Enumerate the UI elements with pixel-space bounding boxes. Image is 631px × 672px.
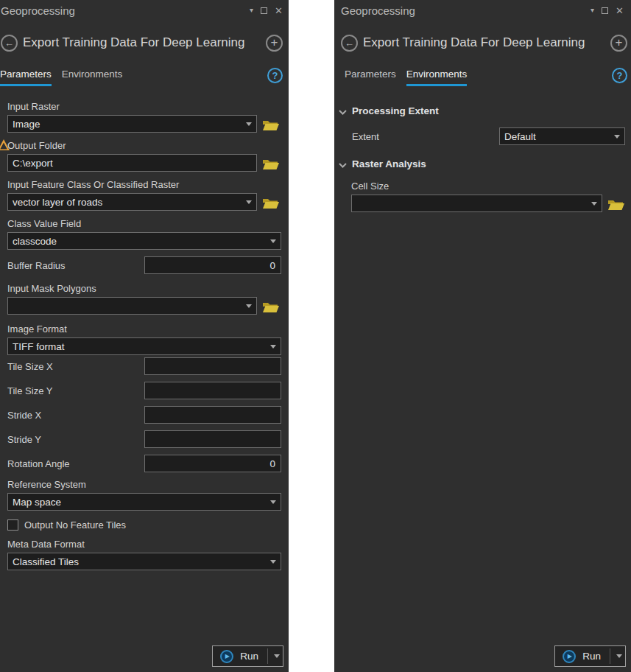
browse-folder-icon[interactable] bbox=[262, 195, 280, 209]
chevron-down-icon bbox=[270, 239, 276, 243]
tile-size-y-input[interactable] bbox=[144, 382, 281, 399]
tab-environments[interactable]: Environments bbox=[62, 66, 123, 86]
field-label: Stride Y bbox=[7, 434, 41, 445]
rotation-angle-input[interactable] bbox=[144, 455, 281, 472]
tile-size-x-input[interactable] bbox=[144, 357, 281, 375]
stride-x-input[interactable] bbox=[144, 406, 281, 424]
chevron-down-icon bbox=[270, 560, 276, 564]
back-button[interactable]: ← bbox=[1, 35, 18, 52]
chevron-down-icon bbox=[246, 122, 252, 126]
chevron-down-icon bbox=[270, 500, 276, 504]
help-icon[interactable]: ? bbox=[612, 68, 627, 83]
pane-title: Geoprocessing bbox=[341, 4, 591, 17]
close-icon[interactable]: ✕ bbox=[275, 6, 283, 15]
field-label: Meta Data Format bbox=[7, 539, 281, 550]
geoprocessing-pane-parameters: Geoprocessing ▾ ✕ ← Export Training Data… bbox=[0, 0, 289, 672]
help-icon[interactable]: ? bbox=[267, 68, 283, 83]
tool-header: ← Export Training Data For Deep Learning… bbox=[0, 32, 289, 53]
tab-environments[interactable]: Environments bbox=[406, 66, 468, 86]
run-button-group: ▶ Run bbox=[554, 645, 626, 667]
extent-dropdown[interactable]: Default bbox=[499, 127, 625, 145]
section-raster-analysis[interactable]: Raster Analysis bbox=[339, 156, 625, 171]
float-pane-icon[interactable] bbox=[261, 7, 267, 14]
tab-parameters[interactable]: Parameters bbox=[345, 66, 396, 86]
output-no-feature-tiles-checkbox[interactable] bbox=[7, 519, 18, 531]
pane-titlebar: Geoprocessing ▾ ✕ bbox=[0, 0, 289, 19]
chevron-down-icon bbox=[614, 135, 620, 139]
browse-folder-icon[interactable] bbox=[262, 298, 280, 313]
output-folder-input[interactable] bbox=[7, 154, 257, 172]
chevron-down-icon bbox=[339, 105, 347, 118]
pane-menu-icon[interactable]: ▾ bbox=[591, 7, 594, 14]
meta-data-format-dropdown[interactable]: Classified Tiles bbox=[7, 553, 281, 570]
chevron-down-icon bbox=[591, 202, 597, 206]
tab-bar: Parameters Environments ? bbox=[0, 66, 289, 87]
run-button-group: ▶ Run bbox=[212, 645, 283, 667]
play-icon: ▶ bbox=[563, 650, 576, 663]
close-icon[interactable]: ✕ bbox=[616, 6, 624, 15]
browse-folder-icon[interactable] bbox=[607, 196, 625, 211]
browse-folder-icon[interactable] bbox=[262, 155, 280, 170]
buffer-radius-input[interactable] bbox=[144, 256, 281, 274]
tab-parameters[interactable]: Parameters bbox=[0, 66, 52, 86]
geoprocessing-pane-environments: Geoprocessing ▾ ✕ ← Export Training Data… bbox=[334, 0, 631, 672]
pane-footer: ▶ Run bbox=[334, 641, 631, 672]
section-processing-extent[interactable]: Processing Extent bbox=[339, 103, 625, 118]
tool-title: Export Training Data For Deep Learning bbox=[23, 35, 261, 50]
field-label: Stride X bbox=[7, 410, 41, 421]
run-options-button[interactable] bbox=[610, 646, 625, 666]
stride-y-input[interactable] bbox=[144, 430, 281, 448]
field-label: Input Mask Polygons bbox=[7, 283, 281, 294]
field-label: Buffer Radius bbox=[7, 260, 66, 271]
pane-titlebar: Geoprocessing ▾ ✕ bbox=[334, 0, 631, 19]
run-options-button[interactable] bbox=[268, 646, 283, 666]
environments-form: Processing Extent Extent Default Raster … bbox=[339, 103, 625, 212]
input-mask-polygons-dropdown[interactable] bbox=[7, 297, 257, 315]
field-label: Cell Size bbox=[351, 181, 625, 192]
field-label: Tile Size X bbox=[7, 361, 53, 372]
input-feature-class-dropdown[interactable]: vector layer of roads bbox=[7, 193, 257, 211]
parameters-form: Input Raster Image Output Folder bbox=[7, 101, 281, 578]
field-label: Reference System bbox=[7, 479, 281, 490]
tab-bar: Parameters Environments ? bbox=[334, 66, 631, 87]
run-button[interactable]: ▶ Run bbox=[213, 646, 267, 666]
chevron-down-icon bbox=[274, 654, 280, 658]
tool-title: Export Training Data For Deep Learning bbox=[363, 35, 606, 50]
field-label: Rotation Angle bbox=[7, 458, 70, 469]
image-format-dropdown[interactable]: TIFF format bbox=[7, 337, 281, 355]
cell-size-dropdown[interactable] bbox=[351, 195, 602, 212]
back-button[interactable]: ← bbox=[341, 35, 358, 52]
field-label: Image Format bbox=[7, 323, 281, 335]
pane-footer: ▶ Run bbox=[0, 641, 289, 672]
field-label: Extent bbox=[352, 131, 499, 142]
field-label: Output Folder bbox=[7, 140, 281, 151]
tool-header: ← Export Training Data For Deep Learning… bbox=[334, 32, 631, 53]
chevron-down-icon bbox=[270, 345, 276, 349]
class-value-field-dropdown[interactable]: classcode bbox=[7, 232, 281, 250]
reference-system-dropdown[interactable]: Map space bbox=[7, 493, 281, 511]
pane-menu-icon[interactable]: ▾ bbox=[250, 7, 253, 14]
checkbox-label: Output No Feature Tiles bbox=[24, 519, 126, 531]
chevron-down-icon bbox=[616, 654, 622, 658]
chevron-down-icon bbox=[246, 304, 252, 308]
field-label: Input Feature Class Or Classified Raster bbox=[7, 179, 281, 190]
play-icon: ▶ bbox=[220, 650, 233, 663]
float-pane-icon[interactable] bbox=[602, 7, 608, 14]
browse-folder-icon[interactable] bbox=[262, 116, 280, 131]
add-to-model-button[interactable]: + bbox=[610, 35, 627, 52]
field-label: Tile Size Y bbox=[7, 385, 52, 396]
chevron-down-icon bbox=[339, 158, 347, 171]
pane-title: Geoprocessing bbox=[1, 4, 250, 17]
field-label: Class Value Field bbox=[7, 218, 281, 229]
add-to-model-button[interactable]: + bbox=[266, 35, 283, 52]
input-raster-dropdown[interactable]: Image bbox=[7, 115, 257, 133]
run-button[interactable]: ▶ Run bbox=[555, 646, 610, 666]
warning-icon bbox=[0, 139, 10, 154]
chevron-down-icon bbox=[246, 200, 252, 204]
field-label: Input Raster bbox=[7, 101, 281, 112]
